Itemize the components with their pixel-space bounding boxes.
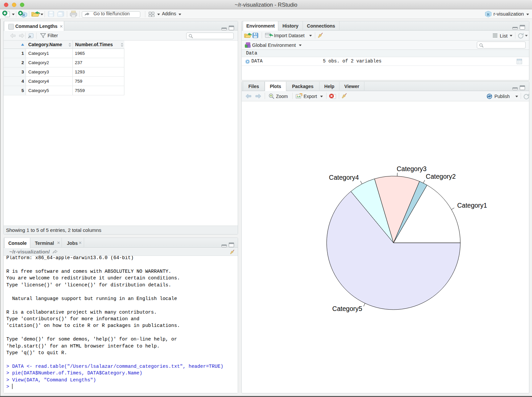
svg-text:Category5: Category5 bbox=[332, 305, 362, 312]
svg-text:Category4: Category4 bbox=[329, 174, 359, 181]
svg-text:R: R bbox=[487, 12, 490, 16]
svg-text:Category1: Category1 bbox=[457, 202, 487, 209]
svg-text:Category3: Category3 bbox=[397, 165, 427, 172]
svg-text:Category2: Category2 bbox=[426, 173, 456, 180]
